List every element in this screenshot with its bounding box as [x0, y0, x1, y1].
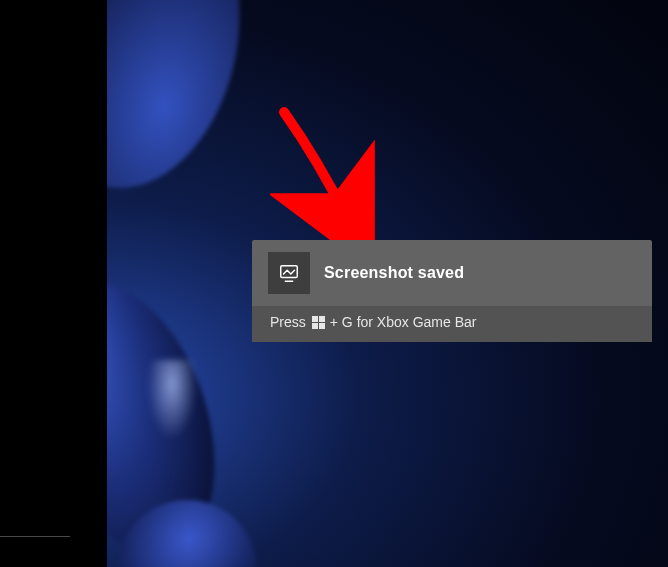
screenshot-saved-notification[interactable]: Screenshot saved Press + G for Xbox Game…	[252, 240, 652, 342]
screenshot-capture-icon	[268, 252, 310, 294]
hint-prefix: Press	[270, 314, 306, 330]
wallpaper-highlight	[147, 360, 197, 440]
notification-title: Screenshot saved	[324, 264, 464, 282]
notification-hint: Press + G for Xbox Game Bar	[252, 306, 652, 342]
notification-header: Screenshot saved	[252, 240, 652, 306]
windows-logo-icon	[312, 315, 326, 329]
wallpaper-petal	[107, 0, 266, 208]
screenshot-viewport: Screenshot saved Press + G for Xbox Game…	[0, 0, 668, 567]
left-panel-divider	[0, 536, 70, 537]
hint-suffix: + G for Xbox Game Bar	[330, 314, 477, 330]
left-black-panel	[0, 0, 107, 567]
